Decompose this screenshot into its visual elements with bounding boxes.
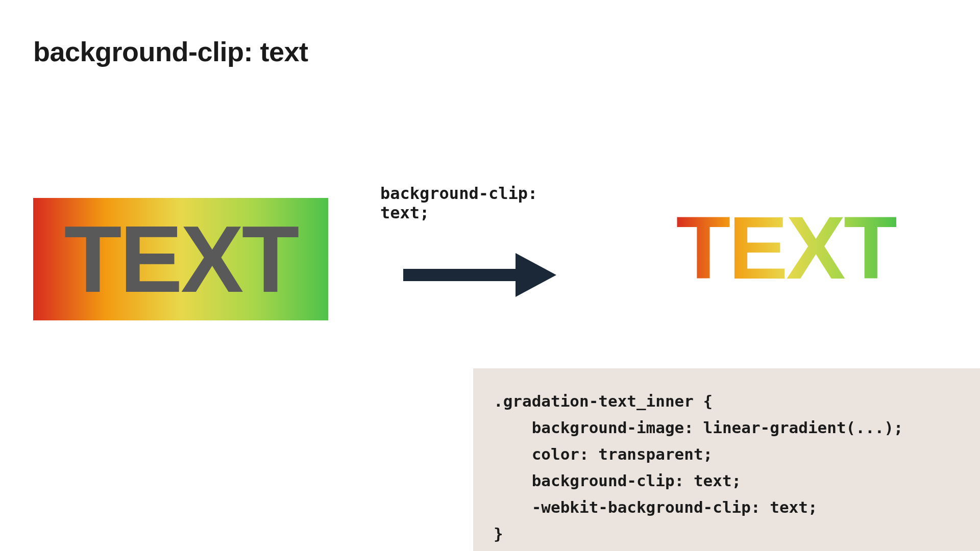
slide-title: background-clip: text [33,36,308,67]
arrow-section: background-clip: text; [380,184,579,305]
demo-before-box: TEXT [33,198,328,320]
svg-marker-1 [516,253,556,297]
arrow-right-icon [398,247,561,305]
demo-after-box: TEXT [653,204,919,291]
code-snippet: .gradation-text_inner { background-image… [473,368,980,551]
demo-before-text: TEXT [64,212,298,307]
arrow-label: background-clip: text; [380,184,579,222]
demo-after-text: TEXT [676,203,896,292]
